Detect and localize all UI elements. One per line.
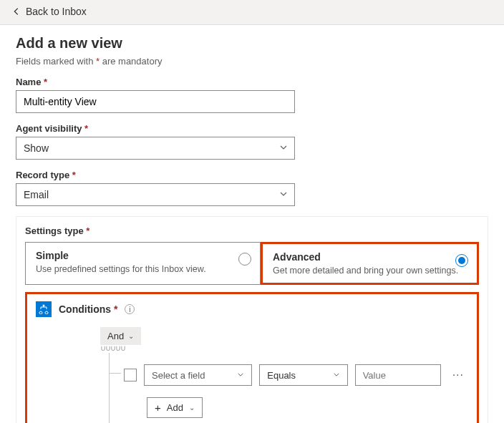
settings-type-simple-card[interactable]: Simple Use predefined settings for this … — [25, 242, 261, 285]
condition-operator-select[interactable]: Equals — [259, 364, 347, 386]
radio-on-icon — [455, 254, 468, 267]
condition-more-button[interactable]: ··· — [448, 369, 468, 381]
chevron-down-icon — [237, 370, 244, 381]
condition-row: Select a field Equals ··· — [124, 364, 468, 386]
mandatory-note: Fields marked with * are mandatory — [16, 56, 488, 67]
advanced-title: Advanced — [273, 251, 467, 263]
chevron-down-icon: ⌄ — [128, 332, 134, 340]
back-link-text: Back to Inbox — [26, 6, 87, 17]
settings-type-advanced-card[interactable]: Advanced Get more detailed and bring you… — [263, 244, 477, 283]
back-to-inbox-link[interactable]: Back to Inbox — [11, 6, 87, 17]
radio-off-icon — [238, 253, 251, 266]
advanced-desc: Get more detailed and bring your own set… — [273, 266, 467, 276]
plus-icon: + — [155, 402, 161, 414]
conditions-icon — [36, 301, 52, 317]
info-icon[interactable]: i — [125, 304, 135, 314]
condition-group-operator-button[interactable]: And ⌄ — [100, 327, 141, 345]
conditions-title: Conditions * — [59, 303, 117, 315]
arrow-left-icon — [11, 6, 21, 16]
condition-field-select[interactable]: Select a field — [144, 364, 252, 386]
add-condition-button[interactable]: + Add ⌄ — [147, 397, 203, 418]
condition-row-checkbox[interactable] — [124, 369, 137, 381]
page-title: Add a new view — [16, 35, 488, 52]
tree-connector: ∪∪∪∪∪ — [100, 344, 468, 353]
agent-visibility-select[interactable]: Show — [16, 137, 295, 160]
chevron-down-icon — [333, 370, 340, 381]
condition-value-input[interactable] — [355, 364, 441, 386]
record-type-label: Record type * — [16, 170, 488, 180]
simple-desc: Use predefined settings for this Inbox v… — [36, 264, 250, 274]
name-input[interactable] — [16, 90, 295, 113]
name-label: Name * — [16, 77, 488, 87]
chevron-down-icon: ⌄ — [189, 404, 195, 412]
record-type-select[interactable]: Email — [16, 183, 295, 206]
settings-type-label: Settings type * — [25, 225, 479, 236]
simple-title: Simple — [36, 250, 250, 261]
agent-visibility-label: Agent visibility * — [16, 123, 488, 134]
